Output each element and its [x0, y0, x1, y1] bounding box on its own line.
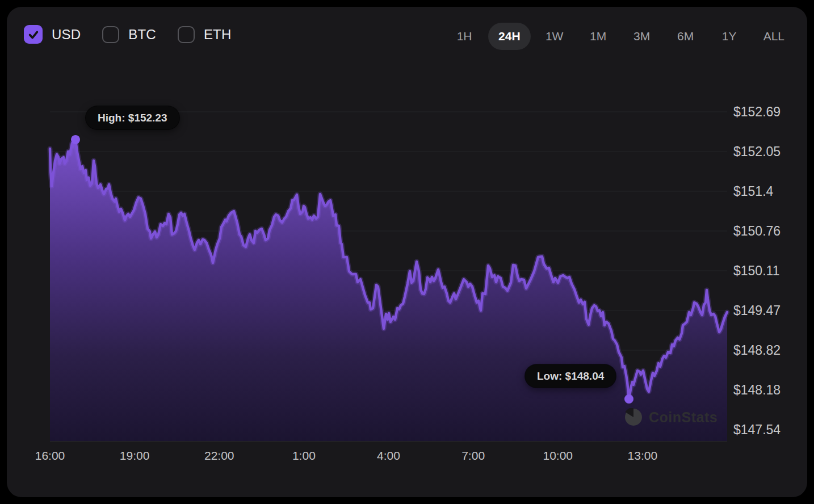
y-axis-label: $147.54: [733, 422, 807, 437]
price-area: [50, 140, 727, 441]
checkbox-checked-icon: [24, 25, 43, 44]
y-axis-label: $148.82: [733, 343, 807, 358]
y-axis-label: $151.4: [733, 184, 807, 199]
x-axis-label: 1:00: [278, 449, 329, 463]
low-point-marker: [624, 394, 633, 404]
y-axis-label: $152.05: [733, 144, 807, 159]
x-axis-label: 19:00: [109, 449, 160, 463]
high-point-marker: [71, 135, 80, 144]
x-axis-label: 22:00: [194, 449, 245, 463]
y-axis-label: $149.47: [733, 303, 807, 318]
y-axis-label: $152.69: [733, 104, 807, 119]
x-axis-label: 7:00: [448, 449, 499, 463]
currency-toggles: USDBTCETH: [24, 25, 253, 44]
x-axis-label: 4:00: [363, 449, 414, 463]
checkbox-unchecked-icon: [178, 26, 195, 43]
y-axis-label: $148.18: [733, 383, 807, 397]
range-button-1w[interactable]: 1W: [545, 30, 564, 43]
x-axis-label: 13:00: [617, 449, 668, 463]
watermark-label: CoinStats: [649, 409, 718, 426]
x-axis-label: 10:00: [532, 449, 584, 463]
range-button-1m[interactable]: 1M: [589, 30, 608, 43]
currency-toggle-usd[interactable]: USD: [24, 25, 81, 44]
y-axis-label: $150.76: [733, 224, 807, 238]
high-tooltip: High: $152.23: [86, 106, 179, 129]
range-button-all[interactable]: ALL: [763, 30, 784, 43]
low-tooltip: Low: $148.04: [525, 364, 616, 388]
currency-label: BTC: [128, 27, 156, 43]
stage: USDBTCETH 1H24H1W1M3M6M1YALL $152.69$152…: [0, 0, 814, 504]
range-buttons: 1H24H1W1M3M6M1YALL: [455, 23, 784, 50]
currency-label: USD: [52, 27, 81, 43]
currency-toggle-btc[interactable]: BTC: [102, 26, 156, 43]
y-axis-label: $150.11: [733, 263, 807, 278]
x-axis-label: 16:00: [24, 449, 75, 463]
checkbox-unchecked-icon: [102, 26, 119, 43]
coinstats-logo-icon: [624, 408, 643, 426]
range-button-24h[interactable]: 24H: [488, 23, 531, 50]
range-button-3m[interactable]: 3M: [632, 30, 652, 43]
range-button-6m[interactable]: 6M: [676, 30, 695, 43]
coinstats-watermark: CoinStats: [624, 408, 718, 426]
currency-label: ETH: [204, 27, 232, 43]
currency-toggle-eth[interactable]: ETH: [178, 26, 232, 43]
range-button-1h[interactable]: 1H: [455, 30, 474, 43]
range-button-1y[interactable]: 1Y: [720, 30, 739, 43]
price-chart[interactable]: [0, 0, 814, 504]
